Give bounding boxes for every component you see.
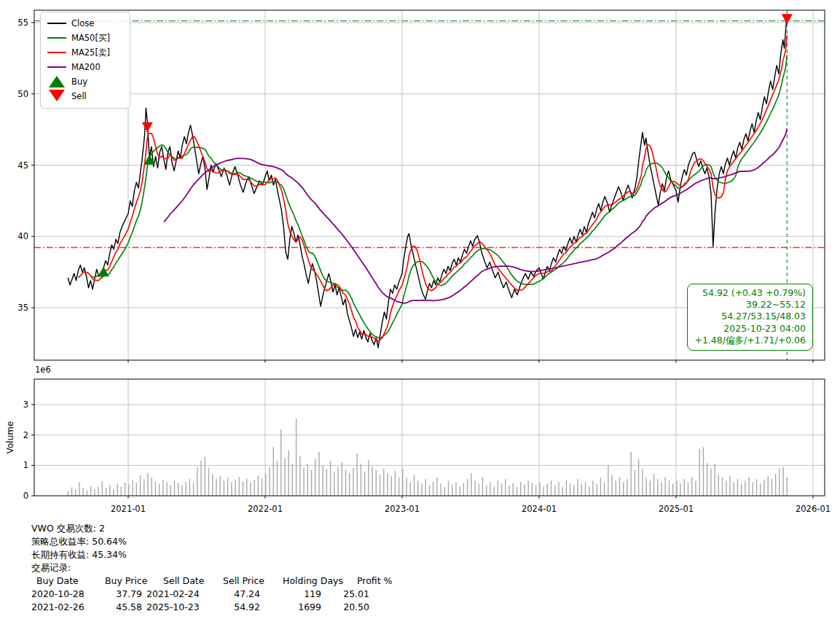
quote-annotation-box: 54.92 (+0.43 +0.79%)39.22~55.1254.27/53.… — [687, 284, 813, 351]
trade-cell: 2020-10-28 — [31, 588, 95, 601]
svg-text:1: 1 — [23, 460, 28, 470]
trade-cell: 2021-02-26 — [31, 601, 95, 614]
trade-cell: 25.01 — [321, 588, 369, 601]
svg-text:2025-01: 2025-01 — [659, 504, 694, 514]
buy-marker — [98, 266, 109, 276]
trade-cell: 2025-10-23 — [142, 601, 216, 614]
gridlines — [34, 10, 825, 496]
trade-header-cell: Holding Days — [275, 575, 353, 588]
trade-cell: 37.79 — [95, 588, 142, 601]
series-close — [68, 21, 787, 348]
svg-text:2: 2 — [23, 430, 28, 440]
annotation-line: 2025-10-23 04:00 — [694, 323, 806, 335]
legend-item-buy: Buy — [47, 74, 124, 89]
svg-text:45: 45 — [17, 160, 28, 171]
legend-label: MA25[卖] — [71, 47, 110, 58]
stats-line: 长期持有收益: 45.34% — [31, 548, 402, 561]
volume-bars — [68, 418, 787, 496]
trade-markers — [98, 14, 793, 276]
annotation-line: +1.48/偏多/+1.71/+0.06 — [694, 335, 806, 346]
annotation-line: 54.92 (+0.43 +0.79%) — [694, 287, 806, 299]
trade-cell: 47.24 — [216, 588, 260, 601]
svg-text:0: 0 — [23, 491, 28, 501]
trade-cell: 1699 — [260, 601, 321, 614]
sell-marker — [142, 122, 153, 133]
legend-item-ma200: MA200 — [47, 60, 124, 74]
annotation-line: 39.22~55.12 — [694, 299, 806, 311]
stock-chart-figure: 354045505501232021-012022-012023-012024-… — [0, 0, 840, 627]
svg-text:50: 50 — [17, 89, 28, 99]
annotation-line: 54.27/53.15/48.03 — [694, 311, 806, 322]
trade-header-cell: Buy Price — [105, 575, 153, 588]
volume-offset-label: 1e6 — [35, 365, 51, 375]
price-series-lines — [68, 21, 787, 348]
legend: CloseMA50[买]MA25[卖]MA200BuySell — [40, 12, 130, 109]
stats-line: 策略总收益率: 50.64% — [31, 535, 402, 548]
trade-header-cell: Profit % — [353, 575, 402, 588]
svg-text:55: 55 — [17, 17, 28, 28]
trade-header-cell: Buy Date — [31, 575, 105, 588]
svg-text:2024-01: 2024-01 — [522, 504, 557, 514]
trade-cell: 119 — [260, 588, 321, 601]
legend-label: Close — [71, 18, 94, 28]
svg-text:2023-01: 2023-01 — [385, 504, 420, 514]
svg-text:35: 35 — [17, 303, 28, 313]
series-ma200 — [164, 129, 787, 303]
legend-line-swatch — [47, 52, 66, 53]
legend-line-swatch — [47, 23, 66, 24]
legend-label: Sell — [71, 91, 87, 101]
tick-labels: 354045505501232021-012022-012023-012024-… — [17, 17, 831, 514]
trade-table-header: Buy DateBuy PriceSell DateSell PriceHold… — [31, 575, 402, 588]
legend-item-ma25-: MA25[卖] — [47, 45, 124, 60]
svg-text:3: 3 — [23, 400, 28, 410]
stats-line: 交易记录: — [31, 561, 402, 575]
legend-label: Buy — [71, 77, 87, 87]
volume-axis-label: Volume — [5, 421, 15, 454]
legend-item-sell: Sell — [47, 89, 124, 104]
trade-cell: 45.58 — [95, 601, 142, 614]
series-ma50- — [90, 55, 787, 338]
strategy-stats: VWO 交易次数: 2策略总收益率: 50.64%长期持有收益: 45.34%交… — [31, 522, 402, 614]
trade-header-cell: Sell Date — [153, 575, 217, 588]
svg-text:2022-01: 2022-01 — [248, 504, 283, 514]
legend-item-ma50-: MA50[买] — [47, 31, 124, 45]
trade-row: 2021-02-2645.582025-10-2354.92169920.50 — [31, 601, 402, 614]
legend-label: MA50[买] — [71, 33, 110, 44]
legend-line-swatch — [47, 37, 66, 39]
legend-label: MA200 — [71, 62, 101, 72]
stats-line: VWO 交易次数: 2 — [31, 522, 402, 535]
svg-text:2021-01: 2021-01 — [111, 504, 146, 514]
trade-cell: 20.50 — [321, 601, 369, 614]
trade-row: 2020-10-2837.792021-02-2447.2411925.01 — [31, 588, 402, 601]
trade-cell: 2021-02-24 — [142, 588, 216, 601]
legend-line-swatch — [47, 66, 66, 68]
sell-triangle-icon — [47, 92, 66, 101]
legend-item-close: Close — [47, 16, 124, 31]
svg-text:40: 40 — [17, 231, 28, 241]
buy-triangle-icon — [47, 76, 66, 87]
trade-header-cell: Sell Price — [217, 575, 275, 588]
svg-text:2026-01: 2026-01 — [796, 504, 831, 514]
axes-frame — [34, 10, 825, 496]
trade-cell: 54.92 — [216, 601, 260, 614]
